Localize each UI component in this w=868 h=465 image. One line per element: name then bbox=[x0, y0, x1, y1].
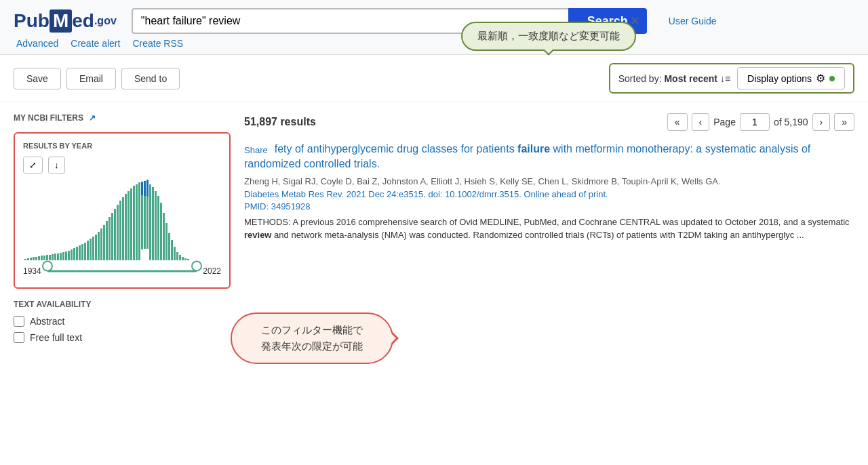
svg-rect-63 bbox=[187, 259, 189, 260]
sorted-by-label: Sorted by: Most recent ↓≡ bbox=[618, 73, 730, 84]
range-handle-right[interactable] bbox=[191, 261, 202, 272]
svg-rect-28 bbox=[100, 228, 102, 260]
year-end-label: 2022 bbox=[203, 266, 221, 276]
user-guide-link[interactable]: User Guide bbox=[669, 16, 717, 26]
free-full-text-checkbox-item[interactable]: Free full text bbox=[14, 332, 231, 343]
next-page-button[interactable]: › bbox=[812, 113, 831, 131]
svg-rect-26 bbox=[95, 235, 97, 260]
svg-rect-60 bbox=[179, 255, 181, 260]
results-count: 51,897 results bbox=[244, 116, 316, 128]
svg-rect-14 bbox=[62, 252, 64, 260]
year-range-slider: 1934 2022 bbox=[23, 263, 221, 279]
prev-page-button[interactable]: ‹ bbox=[692, 113, 710, 131]
svg-rect-13 bbox=[60, 253, 62, 260]
results-header: 51,897 results « ‹ Page of 5,190 › » bbox=[244, 113, 854, 131]
svg-rect-24 bbox=[90, 239, 92, 260]
article-pmid[interactable]: PMID: 34951928 bbox=[244, 201, 854, 211]
sort-icon: ↓≡ bbox=[720, 73, 730, 84]
article-journal[interactable]: Diabetes Metab Res Rev. 2021 Dec 24:e351… bbox=[244, 189, 854, 199]
create-alert-link[interactable]: Create alert bbox=[71, 38, 120, 49]
article-title-pre: fety of antihyperglycemic drug classes f… bbox=[275, 143, 517, 155]
header: PubMed.gov ✕ Search 最新順，一致度順など変更可能 User … bbox=[0, 0, 868, 55]
svg-rect-48 bbox=[146, 180, 149, 197]
svg-rect-15 bbox=[65, 251, 67, 260]
svg-rect-8 bbox=[46, 255, 48, 260]
results-by-year: RESULTS BY YEAR ⤢ ↓ bbox=[14, 132, 231, 289]
svg-rect-36 bbox=[122, 197, 124, 260]
logo-pub: Pub bbox=[14, 10, 50, 32]
free-full-text-checkbox[interactable] bbox=[14, 332, 24, 343]
page-input[interactable] bbox=[740, 113, 770, 131]
create-rss-link[interactable]: Create RSS bbox=[132, 38, 183, 49]
share-button[interactable]: Share bbox=[244, 144, 268, 157]
text-availability: TEXT AVAILABILITY Abstract Free full tex… bbox=[14, 300, 231, 343]
svg-rect-22 bbox=[84, 243, 86, 260]
svg-rect-34 bbox=[117, 205, 119, 260]
range-handle-left[interactable] bbox=[42, 261, 53, 272]
svg-rect-7 bbox=[43, 256, 45, 260]
pubmed-logo[interactable]: PubMed.gov bbox=[14, 9, 117, 33]
free-full-text-label: Free full text bbox=[30, 332, 82, 343]
abstract-checkbox-item[interactable]: Abstract bbox=[14, 316, 231, 327]
logo-med: ed bbox=[72, 10, 94, 32]
email-button[interactable]: Email bbox=[66, 68, 116, 89]
download-chart-button[interactable]: ↓ bbox=[48, 157, 65, 174]
sort-value: Most recent bbox=[664, 73, 717, 84]
first-page-button[interactable]: « bbox=[667, 113, 688, 131]
svg-rect-0 bbox=[24, 259, 26, 260]
svg-rect-32 bbox=[111, 213, 113, 260]
svg-rect-1 bbox=[27, 258, 29, 260]
display-options-button[interactable]: Display options ⚙ bbox=[737, 67, 845, 89]
svg-rect-2 bbox=[30, 258, 32, 260]
article-title-bold: failure bbox=[517, 143, 550, 155]
svg-rect-35 bbox=[119, 201, 121, 260]
svg-rect-41 bbox=[136, 184, 138, 260]
header-links: Advanced Create alert Create RSS bbox=[16, 38, 854, 49]
article-abstract: METHODS: A previous 2016 comprehensive s… bbox=[244, 216, 854, 242]
text-availability-title: TEXT AVAILABILITY bbox=[14, 300, 231, 309]
svg-rect-40 bbox=[133, 186, 135, 260]
svg-rect-9 bbox=[49, 255, 51, 260]
ext-link-icon[interactable]: ↗ bbox=[89, 113, 96, 123]
svg-rect-50 bbox=[152, 187, 154, 260]
svg-rect-44 bbox=[141, 182, 143, 195]
svg-rect-37 bbox=[125, 194, 127, 260]
svg-rect-39 bbox=[130, 188, 132, 260]
chart-controls: ⤢ ↓ bbox=[23, 157, 221, 174]
advanced-link[interactable]: Advanced bbox=[16, 38, 58, 49]
logo-m-box: M bbox=[50, 9, 72, 33]
my-ncbi-filters: MY NCBI FILTERS ↗ bbox=[14, 113, 231, 123]
abstract-bold: review bbox=[244, 230, 271, 240]
svg-rect-16 bbox=[68, 251, 70, 260]
save-button[interactable]: Save bbox=[14, 68, 61, 89]
logo-gov: .gov bbox=[94, 15, 117, 27]
svg-rect-10 bbox=[52, 254, 54, 260]
svg-rect-4 bbox=[35, 257, 37, 260]
year-start-label: 1934 bbox=[23, 266, 41, 276]
svg-rect-25 bbox=[92, 237, 94, 260]
abstract-label: Abstract bbox=[30, 316, 64, 327]
svg-rect-61 bbox=[182, 257, 184, 260]
article-title-link[interactable]: fety of antihyperglycemic drug classes f… bbox=[244, 143, 810, 169]
gear-icon: ⚙ bbox=[816, 72, 825, 85]
abstract-checkbox[interactable] bbox=[14, 316, 24, 327]
svg-rect-55 bbox=[165, 223, 167, 260]
sort-section: Sorted by: Most recent ↓≡ Display option… bbox=[609, 63, 854, 94]
filter-tooltip-bubble: このフィルター機能で 発表年次の限定が可能 bbox=[231, 312, 393, 364]
svg-rect-12 bbox=[57, 254, 59, 260]
svg-rect-59 bbox=[176, 252, 178, 260]
svg-rect-62 bbox=[184, 258, 186, 260]
main-content: MY NCBI FILTERS ↗ RESULTS BY YEAR ⤢ ↓ bbox=[0, 102, 868, 359]
svg-rect-30 bbox=[106, 221, 108, 260]
svg-rect-53 bbox=[160, 203, 162, 260]
abstract-text-pre: METHODS: A previous 2016 comprehensive s… bbox=[244, 217, 850, 241]
svg-rect-19 bbox=[76, 247, 78, 260]
svg-rect-49 bbox=[149, 184, 151, 260]
svg-rect-56 bbox=[168, 233, 170, 260]
send-to-button[interactable]: Send to bbox=[121, 68, 180, 89]
page-total: of 5,190 bbox=[774, 117, 808, 127]
svg-rect-51 bbox=[155, 191, 157, 260]
svg-rect-46 bbox=[144, 181, 146, 196]
expand-chart-button[interactable]: ⤢ bbox=[23, 157, 43, 174]
last-page-button[interactable]: » bbox=[834, 113, 854, 131]
